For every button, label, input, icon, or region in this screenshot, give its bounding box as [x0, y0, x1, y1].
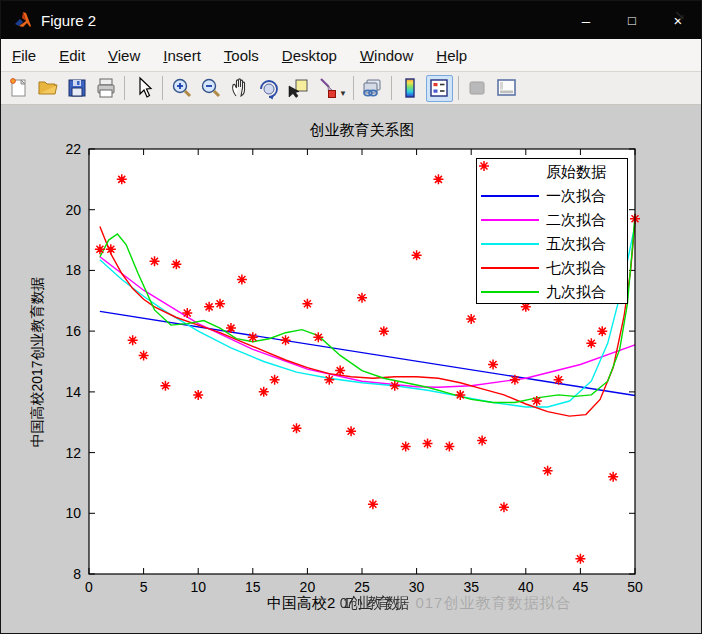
save-figure-icon [65, 76, 89, 100]
open-file-icon [36, 76, 60, 100]
insert-colorbar-icon [398, 76, 422, 100]
toolbar-separator [353, 76, 354, 100]
print-figure-icon [94, 76, 118, 100]
title-bar: Figure 2 –□× [1, 1, 701, 39]
hide-plot-tools-button[interactable] [464, 75, 491, 102]
zoom-in-button[interactable] [168, 75, 195, 102]
edit-plot-button[interactable] [130, 75, 157, 102]
y-tick-label: 22 [53, 141, 81, 157]
print-figure-button[interactable] [92, 75, 119, 102]
y-tick-label: 12 [53, 445, 81, 461]
legend-box[interactable]: 原始数据一次拟合二次拟合五次拟合七次拟合九次拟合 [476, 158, 628, 304]
zoom-in-icon [170, 76, 194, 100]
x-tick-label: 40 [509, 579, 543, 595]
x-tick-label: 45 [563, 579, 597, 595]
pan-icon [228, 76, 252, 100]
y-tick-label: 16 [53, 323, 81, 339]
figure-canvas: 创业教育关系图 中国高校2017创业教育数据 中国高校2017创业教育数据017… [1, 105, 702, 634]
x-tick-label: 25 [345, 579, 379, 595]
legend-label: 七次拟合 [546, 259, 606, 278]
menu-item-view[interactable]: View [105, 45, 143, 66]
legend-entry: 七次拟合 [477, 256, 627, 280]
x-tick-label: 20 [290, 579, 324, 595]
legend-line-sample [477, 243, 543, 245]
x-axis-label-smeared: 017创业教育数据 [340, 594, 404, 613]
menu-item-edit[interactable]: Edit [56, 45, 88, 66]
legend-line-sample [481, 219, 539, 221]
data-cursor-button[interactable] [284, 75, 311, 102]
toolbar-separator [162, 76, 163, 100]
legend-label: 九次拟合 [546, 283, 606, 302]
window-title: Figure 2 [41, 12, 96, 29]
new-figure-button[interactable] [5, 75, 32, 102]
y-tick-label: 20 [53, 202, 81, 218]
minimize-button[interactable]: – [563, 1, 609, 39]
link-plot-button[interactable] [359, 75, 386, 102]
menu-item-window[interactable]: Window [357, 45, 416, 66]
matlab-figure-window: Figure 2 –□× FileEditViewInsertToolsDesk… [0, 0, 702, 634]
x-tick-label: 10 [181, 579, 215, 595]
toolbar-separator [458, 76, 459, 100]
legend-entry: 一次拟合 [477, 184, 627, 208]
menu-item-desktop[interactable]: Desktop [279, 45, 340, 66]
brush-button[interactable] [313, 75, 340, 102]
save-figure-button[interactable] [63, 75, 90, 102]
legend-label: 二次拟合 [546, 211, 606, 230]
data-cursor-icon [286, 76, 310, 100]
maximize-button[interactable]: □ [609, 1, 655, 39]
edit-plot-icon [132, 76, 156, 100]
link-plot-icon [360, 76, 384, 100]
legend-entry: 九次拟合 [477, 280, 627, 304]
rotate-3d-button[interactable] [255, 75, 282, 102]
rotate-3d-icon [257, 76, 281, 100]
matlab-logo-icon [13, 10, 33, 30]
show-plot-tools-button[interactable] [493, 75, 520, 102]
legend-line-sample [477, 195, 543, 197]
legend-label: 五次拟合 [546, 235, 606, 254]
legend-label: 一次拟合 [546, 187, 606, 206]
toolbar: ▼ [1, 72, 701, 105]
new-figure-icon [7, 76, 31, 100]
dock-figure-arrow-icon[interactable]: ↘ [674, 8, 685, 23]
menu-item-help[interactable]: Help [433, 45, 470, 66]
y-tick-label: 14 [53, 384, 81, 400]
y-tick-label: 10 [53, 505, 81, 521]
menu-item-tools[interactable]: Tools [221, 45, 262, 66]
legend-line-sample [477, 291, 543, 293]
insert-legend-icon [427, 76, 451, 100]
x-tick-label: 35 [454, 579, 488, 595]
zoom-out-icon [199, 76, 223, 100]
zoom-out-button[interactable] [197, 75, 224, 102]
insert-legend-button[interactable] [426, 75, 453, 102]
legend-line-sample [481, 195, 539, 197]
x-tick-label: 30 [400, 579, 434, 595]
hide-plot-tools-icon [465, 76, 489, 100]
legend-entry: 原始数据 [477, 160, 627, 184]
y-axis-label: 中国高校2017创业教育数据 [29, 276, 47, 447]
x-axis-label-ghost: 017创业教育数据拟合 [415, 594, 571, 611]
y-tick-label: 18 [53, 262, 81, 278]
legend-entry: 五次拟合 [477, 232, 627, 256]
legend-label: 原始数据 [546, 163, 606, 182]
brush-dropdown-caret[interactable]: ▼ [339, 89, 347, 98]
menu-item-insert[interactable]: Insert [160, 45, 204, 66]
menu-bar: FileEditViewInsertToolsDesktopWindowHelp [1, 39, 701, 72]
legend-line-sample [481, 267, 539, 269]
toolbar-separator [124, 76, 125, 100]
insert-colorbar-button[interactable] [397, 75, 424, 102]
menu-item-file[interactable]: File [9, 45, 39, 66]
x-axis-label: 中国高校2017创业教育数据017创业教育数据拟合 [267, 594, 571, 613]
chart-title: 创业教育关系图 [89, 121, 635, 140]
pan-button[interactable] [226, 75, 253, 102]
x-axis-label-clear: 中国高校2 [267, 594, 335, 611]
legend-line-sample [477, 219, 543, 221]
legend-line-sample [481, 291, 539, 293]
x-tick-label: 5 [127, 579, 161, 595]
legend-entry: 二次拟合 [477, 208, 627, 232]
brush-icon [315, 76, 339, 100]
x-tick-label: 50 [618, 579, 652, 595]
y-tick-label: 8 [53, 566, 81, 582]
show-plot-tools-icon [494, 76, 518, 100]
open-file-button[interactable] [34, 75, 61, 102]
legend-line-sample [481, 243, 539, 245]
